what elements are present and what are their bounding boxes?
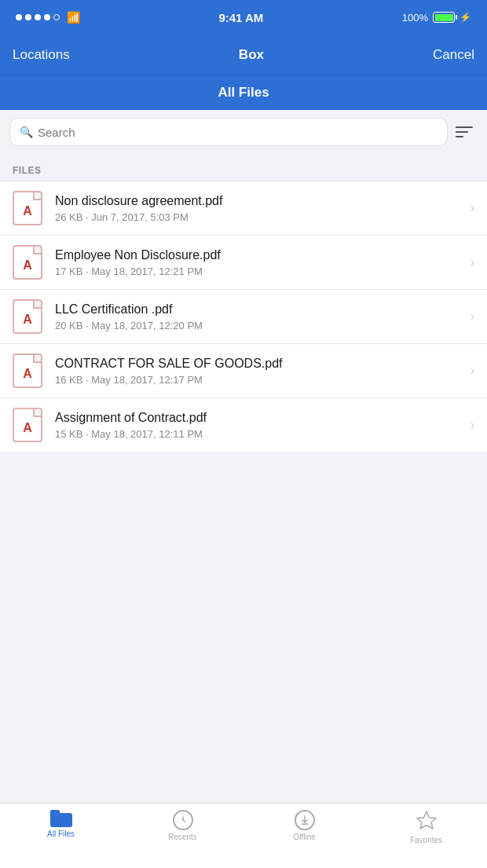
chevron-right-icon: › [471, 418, 474, 432]
chevron-right-icon: › [471, 309, 474, 324]
file-name: Non disclosure agreement.pdf [55, 193, 464, 210]
dot4 [44, 14, 50, 20]
pdf-icon: A [13, 408, 44, 442]
tab-recents[interactable]: Recents [122, 808, 244, 841]
status-left: 📶 [16, 11, 80, 24]
file-info: CONTRACT FOR SALE OF GOODS.pdf 16 KB · M… [55, 356, 464, 386]
list-item[interactable]: A CONTRACT FOR SALE OF GOODS.pdf 16 KB ·… [0, 344, 487, 398]
file-meta: 20 KB · May 18, 2017, 12:20 PM [55, 320, 464, 331]
status-right: 100% ⚡ [402, 12, 471, 24]
favorites-icon [416, 810, 438, 833]
acrobat-logo: A [23, 313, 32, 327]
pdf-icon: A [13, 353, 44, 388]
search-icon: 🔍 [20, 126, 33, 138]
file-meta: 26 KB · Jun 7, 2017, 5:03 PM [55, 211, 464, 223]
chevron-right-icon: › [471, 255, 474, 269]
file-info: Employee Non Disclosure.pdf 17 KB · May … [55, 247, 464, 277]
tab-favorites[interactable]: Favorites [365, 808, 487, 844]
locations-button[interactable]: Locations [13, 44, 70, 66]
battery-percentage: 100% [402, 12, 428, 24]
search-input[interactable] [38, 126, 438, 139]
status-bar: 📶 9:41 AM 100% ⚡ [0, 0, 487, 35]
pdf-icon: A [13, 245, 44, 280]
charging-icon: ⚡ [460, 12, 471, 23]
section-title-bar: All Files [0, 75, 487, 110]
file-info: Non disclosure agreement.pdf 26 KB · Jun… [55, 193, 464, 223]
all-files-icon [50, 810, 72, 827]
filter-line-2 [456, 131, 468, 133]
list-item[interactable]: A LLC Certification .pdf 20 KB · May 18,… [0, 290, 487, 344]
chevron-right-icon: › [471, 201, 474, 215]
tab-offline[interactable]: Offline [244, 808, 365, 841]
file-meta: 17 KB · May 18, 2017, 12:21 PM [55, 266, 464, 277]
dot5 [53, 14, 60, 20]
search-bar: 🔍 [9, 118, 448, 146]
dot3 [35, 14, 41, 20]
tab-all-files-label: All Files [47, 830, 75, 838]
signal-dots [16, 14, 60, 20]
file-name: LLC Certification .pdf [55, 302, 464, 318]
filter-line-3 [456, 136, 463, 137]
svg-marker-5 [417, 811, 436, 829]
file-meta: 15 KB · May 18, 2017, 12:11 PM [55, 428, 464, 440]
section-title: All Files [218, 85, 269, 101]
dot2 [25, 14, 31, 20]
chevron-right-icon: › [471, 364, 474, 378]
svg-line-2 [183, 820, 185, 822]
nav-bar: Locations Box Cancel [0, 35, 487, 75]
list-item[interactable]: A Non disclosure agreement.pdf 26 KB · J… [0, 181, 487, 236]
pdf-icon: A [13, 299, 44, 334]
file-list: A Non disclosure agreement.pdf 26 KB · J… [0, 181, 487, 452]
tab-recents-label: Recents [168, 833, 197, 841]
file-info: Assignment of Contract.pdf 15 KB · May 1… [55, 410, 464, 440]
cancel-button[interactable]: Cancel [433, 44, 474, 66]
offline-icon [295, 810, 315, 830]
acrobat-logo: A [23, 367, 32, 381]
file-info: LLC Certification .pdf 20 KB · May 18, 2… [55, 302, 464, 331]
files-section-label: FILES [0, 154, 487, 181]
file-name: Employee Non Disclosure.pdf [55, 247, 464, 264]
recents-icon [173, 810, 193, 830]
acrobat-logo: A [23, 258, 32, 273]
wifi-icon: 📶 [67, 11, 80, 24]
battery-icon [433, 12, 455, 23]
filter-line-1 [456, 126, 473, 128]
list-item[interactable]: A Assignment of Contract.pdf 15 KB · May… [0, 398, 487, 452]
file-name: CONTRACT FOR SALE OF GOODS.pdf [55, 356, 464, 372]
filter-button[interactable] [456, 121, 478, 143]
acrobat-logo: A [23, 204, 32, 218]
dot1 [16, 14, 22, 20]
acrobat-logo: A [23, 421, 32, 435]
tab-all-files[interactable]: All Files [0, 808, 122, 838]
battery-fill [435, 14, 453, 21]
tab-offline-label: Offline [293, 833, 316, 841]
file-name: Assignment of Contract.pdf [55, 410, 464, 427]
tab-favorites-label: Favorites [410, 836, 442, 844]
tab-bar: All Files Recents Offline Favorites [0, 803, 487, 868]
nav-title: Box [239, 47, 264, 63]
list-item[interactable]: A Employee Non Disclosure.pdf 17 KB · Ma… [0, 236, 487, 290]
file-meta: 16 KB · May 18, 2017, 12:17 PM [55, 374, 464, 386]
status-time: 9:41 AM [218, 11, 263, 24]
pdf-icon: A [13, 191, 44, 225]
search-row: 🔍 [0, 110, 487, 154]
